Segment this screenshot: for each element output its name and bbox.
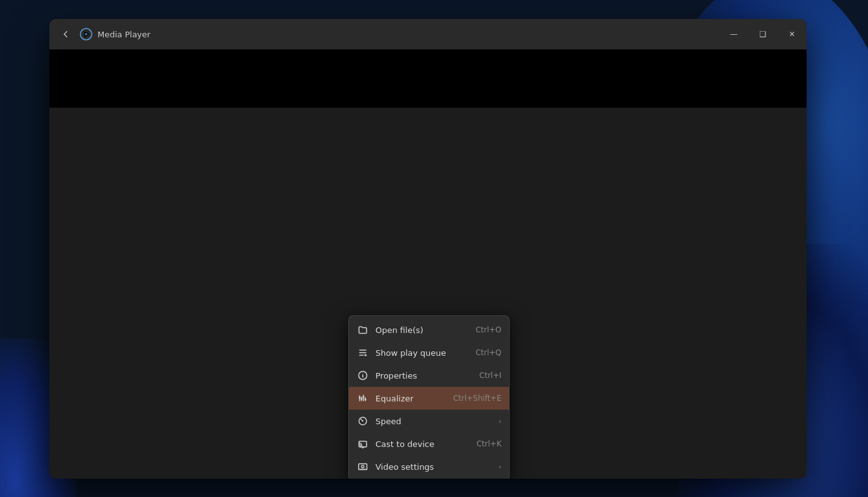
minimize-button[interactable]: — (719, 19, 748, 49)
speed-icon (356, 415, 369, 427)
context-menu: Open file(s) Ctrl+O Show play queue Ctrl… (348, 315, 510, 479)
maximize-button[interactable]: ❑ (748, 19, 777, 49)
menu-item-cast-to-device[interactable]: Cast to device Ctrl+K (349, 432, 509, 455)
titlebar: Media Player — ❑ ✕ (49, 19, 807, 49)
menu-item-speed[interactable]: Speed › (349, 410, 509, 432)
menu-label-properties: Properties (375, 371, 474, 381)
svg-point-21 (359, 446, 360, 447)
svg-marker-5 (365, 354, 367, 356)
svg-point-24 (362, 465, 364, 468)
cast-icon (356, 437, 369, 450)
menu-shortcut-open-files: Ctrl+O (475, 325, 501, 334)
video-area-main: Open file(s) Ctrl+O Show play queue Ctrl… (49, 108, 807, 479)
svg-point-14 (361, 398, 363, 400)
menu-shortcut-properties: Ctrl+I (479, 371, 501, 380)
equalizer-icon (356, 392, 369, 405)
menu-shortcut-cast-to-device: Ctrl+K (477, 439, 501, 448)
speed-arrow-icon: › (499, 417, 501, 425)
menu-item-video-settings[interactable]: Video settings › (349, 455, 509, 478)
menu-label-video-settings: Video settings (375, 462, 496, 472)
queue-icon (356, 346, 369, 359)
menu-shortcut-show-play-queue: Ctrl+Q (475, 348, 501, 357)
menu-item-properties[interactable]: Properties Ctrl+I (349, 364, 509, 387)
menu-label-open-files: Open file(s) (375, 325, 470, 335)
svg-point-13 (359, 397, 361, 399)
close-button[interactable]: ✕ (777, 19, 807, 49)
svg-point-15 (363, 396, 365, 398)
menu-item-show-play-queue[interactable]: Show play queue Ctrl+Q (349, 341, 509, 364)
video-area-top (49, 49, 807, 108)
menu-shortcut-equalizer: Ctrl+Shift+E (453, 394, 501, 403)
menu-item-equalizer[interactable]: Equalizer Ctrl+Shift+E (349, 387, 509, 410)
info-icon (356, 369, 369, 382)
video-settings-icon (356, 460, 369, 473)
menu-label-show-play-queue: Show play queue (375, 348, 470, 358)
svg-point-17 (362, 420, 363, 422)
media-player-window: Media Player — ❑ ✕ Open file(s) Ctrl+O (49, 19, 807, 479)
app-logo (80, 28, 92, 41)
svg-point-8 (363, 374, 363, 374)
menu-label-speed: Speed (375, 417, 496, 426)
svg-rect-22 (359, 464, 367, 470)
svg-rect-18 (359, 441, 367, 447)
menu-label-equalizer: Equalizer (375, 394, 448, 403)
window-title: Media Player (97, 30, 151, 39)
back-button[interactable] (57, 25, 75, 43)
window-controls: — ❑ ✕ (719, 19, 807, 49)
menu-label-cast-to-device: Cast to device (375, 439, 472, 449)
folder-icon (356, 324, 369, 336)
video-settings-arrow-icon: › (499, 463, 501, 471)
svg-point-16 (365, 399, 367, 401)
svg-marker-1 (85, 32, 89, 37)
menu-item-open-files[interactable]: Open file(s) Ctrl+O (349, 318, 509, 341)
